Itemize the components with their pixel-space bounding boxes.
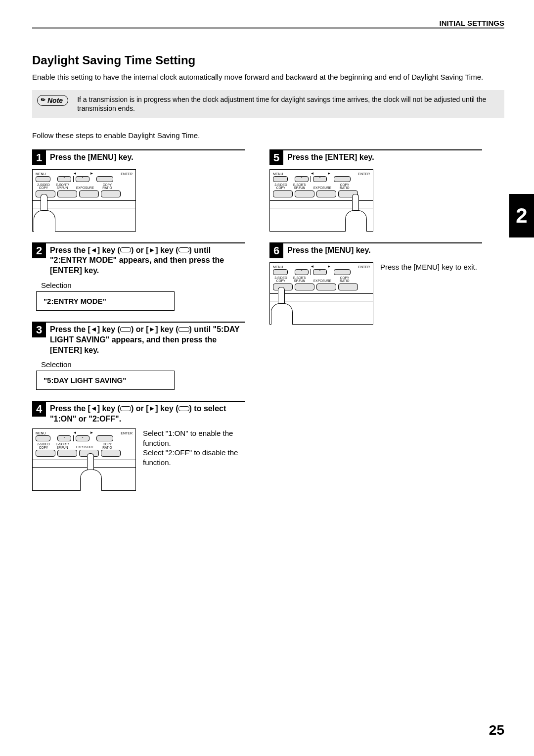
step-title: Press the [◄] key () or [►] key () to se… bbox=[50, 402, 245, 425]
panel-down-button: ˅ bbox=[295, 176, 309, 182]
note-pill: ✎ Note bbox=[37, 95, 68, 106]
step-body-text: Select "1:ON" to enable the function. Se… bbox=[143, 428, 245, 467]
note-text: If a transmission is in progress when th… bbox=[77, 95, 497, 113]
chapter-tab: 2 bbox=[509, 194, 534, 237]
page-number: 25 bbox=[489, 722, 504, 738]
step-title: Press the [◄] key () or [►] key () until… bbox=[50, 243, 245, 276]
triangle-left-icon: ◄ bbox=[90, 404, 97, 412]
control-panel-diagram: MENU ◄► ENTER ˅ ˄ bbox=[32, 428, 136, 491]
control-panel-diagram: MENU ◄► ENTER ˅ ˄ bbox=[32, 169, 136, 232]
key-icon bbox=[120, 327, 131, 332]
section-header: INITIAL SETTINGS bbox=[440, 19, 504, 27]
panel-label-copy: COPY bbox=[36, 187, 51, 190]
triangle-right-icon: ► bbox=[89, 430, 93, 435]
panel-menu-button bbox=[273, 176, 288, 182]
finger-icon bbox=[34, 194, 54, 232]
panel-fn-button bbox=[316, 190, 336, 197]
header-rule bbox=[32, 27, 504, 29]
panel-fn-button bbox=[79, 190, 99, 197]
panel-down-button: ˅ bbox=[295, 269, 309, 275]
key-icon bbox=[178, 406, 189, 411]
triangle-left-icon: ◄ bbox=[73, 171, 77, 176]
step-number: 1 bbox=[32, 150, 46, 165]
control-panel-diagram: MENU ◄► ENTER ˅ ˄ bbox=[269, 262, 373, 325]
panel-label-menu: MENU bbox=[36, 172, 46, 176]
note-label: Note bbox=[47, 96, 63, 104]
panel-fn-button bbox=[295, 284, 314, 290]
triangle-right-icon: ► bbox=[148, 325, 155, 333]
panel-label-menu: MENU bbox=[36, 431, 46, 435]
step-6: 6 Press the [MENU] key. MENU ◄► ENTER bbox=[269, 242, 482, 325]
triangle-right-icon: ► bbox=[89, 171, 93, 176]
panel-fn-button bbox=[316, 284, 336, 290]
panel-label-exposure: EXPOSURE bbox=[73, 184, 97, 190]
follow-text: Follow these steps to enable Daylight Sa… bbox=[32, 131, 504, 140]
panel-label-enter: ENTER bbox=[121, 431, 133, 435]
page-title: Daylight Saving Time Setting bbox=[32, 53, 504, 67]
panel-enter-button bbox=[96, 176, 113, 182]
step-title: Press the [◄] key () or [►] key () until… bbox=[50, 323, 245, 355]
selection-value: "5:DAY LIGHT SAVING" bbox=[36, 371, 175, 390]
pencil-icon: ✎ bbox=[39, 96, 47, 105]
step-number: 5 bbox=[269, 150, 283, 165]
panel-menu-button bbox=[36, 176, 50, 182]
finger-icon bbox=[345, 194, 366, 232]
finger-icon bbox=[271, 287, 292, 325]
panel-down-button: ˅ bbox=[57, 435, 71, 441]
panel-fn-button bbox=[57, 190, 77, 197]
step-3: 3 Press the [◄] key () or [►] key () unt… bbox=[32, 322, 245, 390]
panel-down-button: ˅ bbox=[57, 176, 71, 182]
control-panel-diagram: MENU ◄► ENTER ˅ ˄ bbox=[269, 169, 373, 232]
step-5: 5 Press the [ENTER] key. MENU ◄► ENTER bbox=[269, 149, 482, 232]
selection-value: "2:ENTRY MODE" bbox=[36, 291, 175, 311]
panel-fn-button bbox=[295, 190, 314, 197]
panel-up-button: ˄ bbox=[313, 176, 327, 182]
step-number: 4 bbox=[32, 402, 46, 417]
right-column: 5 Press the [ENTER] key. MENU ◄► ENTER bbox=[269, 149, 482, 502]
panel-fn-button bbox=[101, 190, 121, 197]
panel-up-button: ˄ bbox=[76, 176, 89, 182]
triangle-right-icon: ► bbox=[148, 404, 155, 412]
panel-up-button: ˄ bbox=[313, 269, 327, 275]
step-2: 2 Press the [◄] key () or [►] key () unt… bbox=[32, 242, 245, 311]
panel-fn-button bbox=[273, 190, 293, 197]
panel-enter-button bbox=[96, 435, 113, 441]
key-icon bbox=[178, 247, 189, 252]
triangle-left-icon: ◄ bbox=[73, 430, 77, 435]
step-title: Press the [ENTER] key. bbox=[287, 150, 374, 163]
key-icon bbox=[178, 327, 189, 332]
note-box: ✎ Note If a transmission is in progress … bbox=[32, 90, 504, 118]
step-title: Press the [MENU] key. bbox=[287, 243, 371, 256]
panel-label-spfun: SP.FUN bbox=[54, 187, 70, 190]
panel-label-ratio: RATIO bbox=[100, 187, 115, 190]
panel-menu-button bbox=[273, 269, 288, 275]
left-column: 1 Press the [MENU] key. MENU ◄► ENTER bbox=[32, 149, 245, 502]
panel-menu-button bbox=[36, 435, 50, 441]
step-number: 3 bbox=[32, 323, 46, 337]
step-1: 1 Press the [MENU] key. MENU ◄► ENTER bbox=[32, 149, 245, 232]
panel-up-button: ˄ bbox=[76, 435, 89, 441]
panel-enter-button bbox=[334, 269, 351, 275]
key-icon bbox=[120, 247, 131, 252]
step-body-text: Press the [MENU] key to exit. bbox=[380, 262, 482, 272]
selection-label: Selection bbox=[41, 360, 245, 369]
panel-fn-button bbox=[36, 450, 55, 457]
step-title: Press the [MENU] key. bbox=[50, 150, 134, 163]
key-icon bbox=[120, 406, 131, 411]
panel-enter-button bbox=[334, 176, 351, 182]
triangle-right-icon: ► bbox=[148, 246, 155, 254]
step-number: 2 bbox=[32, 243, 46, 258]
intro-text: Enable this setting to have the internal… bbox=[32, 72, 504, 82]
finger-icon bbox=[80, 453, 101, 491]
triangle-left-icon: ◄ bbox=[90, 246, 97, 254]
panel-fn-button bbox=[338, 284, 358, 290]
panel-label-enter: ENTER bbox=[121, 172, 133, 176]
step-4: 4 Press the [◄] key () or [►] key () to … bbox=[32, 401, 245, 491]
triangle-left-icon: ◄ bbox=[90, 325, 97, 333]
step-number: 6 bbox=[269, 243, 283, 258]
selection-label: Selection bbox=[41, 281, 245, 289]
panel-fn-button bbox=[101, 450, 121, 457]
panel-fn-button bbox=[57, 450, 77, 457]
